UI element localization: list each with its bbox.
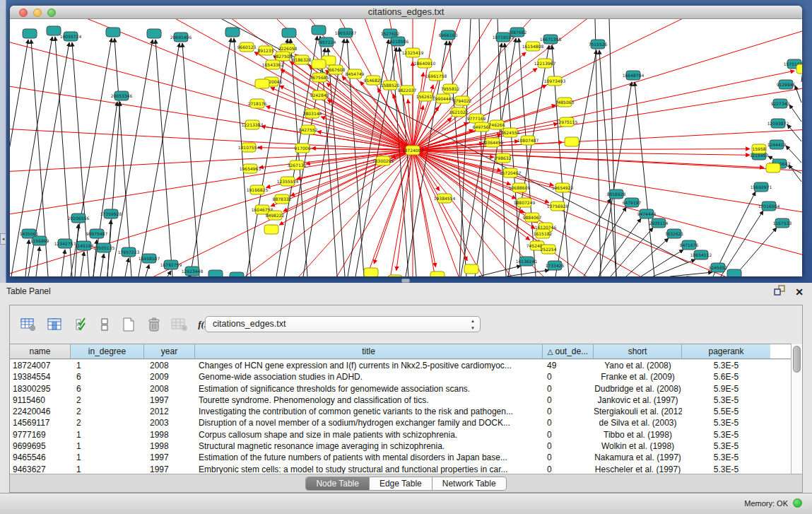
tab-network-table[interactable]: Network Table (433, 477, 506, 490)
close-window-button[interactable] (19, 8, 28, 17)
cell-year[interactable]: 2009 (144, 371, 195, 382)
table-row[interactable]: 1830029562008Estimation of significance … (10, 383, 792, 395)
graph-node-8498222[interactable]: 8498222 (266, 211, 285, 220)
cell-title[interactable]: Estimation of the future numbers of pati… (195, 452, 543, 463)
graph-node-13756928[interactable]: 13756928 (547, 201, 569, 211)
graph-node[interactable] (225, 28, 240, 37)
graph-node-16154808[interactable]: 16154808 (522, 42, 544, 51)
zoom-window-button[interactable] (47, 8, 56, 17)
graph-node-8878332[interactable]: 8878332 (273, 194, 292, 204)
graph-node-746266[interactable]: 746266 (489, 120, 505, 129)
graph-node-17957223[interactable]: 17957223 (118, 247, 140, 257)
cell-name[interactable]: 19384554 (10, 371, 71, 382)
cell-short[interactable]: de Silva et al. (2003) (594, 417, 682, 428)
graph-node-16648794[interactable]: 16648794 (623, 71, 645, 80)
graph-node-7515526[interactable]: 7515526 (589, 40, 608, 49)
graph-node-9242848[interactable]: 9242848 (310, 90, 329, 100)
graph-node-15692971[interactable]: 15692971 (751, 182, 772, 192)
graph-node-18640910[interactable]: 18640910 (414, 59, 436, 68)
cell-pagerank[interactable]: 5.6E-5 (682, 371, 770, 382)
cell-name[interactable]: 9777169 (10, 429, 71, 440)
cell-pagerank[interactable]: 5.3E-5 (682, 395, 770, 406)
tab-node-table[interactable]: Node Table (306, 477, 370, 490)
graph-node-8471676[interactable]: 8471676 (680, 240, 699, 250)
graph-node[interactable] (388, 275, 402, 276)
graph-node-9777169[interactable]: 9777169 (467, 114, 486, 123)
graph-node-6479197[interactable]: 6479197 (623, 198, 642, 207)
minimize-window-button[interactable] (33, 8, 42, 17)
graph-node[interactable] (106, 28, 120, 37)
new-column-icon[interactable] (120, 317, 137, 332)
cell-in_degree[interactable]: 2 (71, 395, 144, 406)
cell-title[interactable]: Investigating the contribution of common… (195, 406, 543, 417)
network-graph-canvas[interactable]: 1405572420691406795722410653287152760219… (10, 19, 802, 276)
graph-node-12325419[interactable]: 12325419 (402, 48, 424, 57)
graph-node-7632621[interactable]: 7632621 (665, 229, 684, 238)
graph-node-1167533[interactable]: 1167533 (773, 218, 792, 228)
graph-node-8918928[interactable]: 8918928 (607, 189, 626, 199)
graph-node[interactable] (282, 28, 296, 37)
table-row[interactable]: 1872400712008Changes of HCN gene express… (10, 360, 792, 371)
graph-node-15958[interactable]: 15958 (752, 144, 766, 153)
graph-node[interactable] (565, 137, 579, 146)
cell-out_de[interactable]: 49 (543, 360, 594, 371)
graph-node-12093872[interactable]: 12093872 (767, 119, 789, 128)
cell-pagerank[interactable]: 5.3E-5 (682, 429, 770, 440)
graph-node-1145194[interactable]: 1145194 (75, 241, 94, 250)
graph-node-10654112[interactable]: 10654112 (690, 250, 712, 259)
cell-short[interactable]: Stergiakouli et al. (2012) (594, 406, 682, 417)
cell-title[interactable]: Estimation of significance thresholds fo… (195, 383, 543, 395)
cell-year[interactable]: 1997 (144, 395, 195, 406)
graph-node-3624554[interactable]: 3624554 (501, 128, 520, 137)
graph-node-9474444[interactable]: 9474444 (637, 209, 657, 218)
memory-ok-indicator[interactable] (793, 498, 802, 508)
cell-short[interactable]: Jankovic et al. (1997) (594, 395, 682, 406)
graph-node-6966160[interactable]: 6966160 (439, 30, 458, 40)
cell-pagerank[interactable]: 5.3E-5 (682, 360, 770, 371)
graph-node[interactable] (796, 64, 802, 74)
cell-year[interactable]: 1997 (144, 452, 195, 463)
graph-node-9660123[interactable]: 9660123 (237, 42, 257, 52)
graph-node-9827508[interactable]: 9827508 (273, 52, 293, 61)
cell-year[interactable]: 1998 (144, 440, 195, 452)
column-header-year[interactable]: year (144, 344, 195, 358)
graph-node-2803144[interactable]: 2803144 (303, 109, 322, 118)
graph-node-9245652[interactable]: 9245652 (709, 263, 728, 272)
cell-short[interactable]: Dudbridge et al. (2008) (594, 383, 682, 395)
table-row[interactable]: 977716911998Corpus callosum shape and si… (10, 429, 792, 440)
graph-node-9227343[interactable]: 9227343 (771, 99, 790, 108)
graph-node[interactable] (766, 163, 780, 173)
cell-short[interactable]: Franke et al. (2009) (594, 371, 682, 382)
graph-node[interactable] (255, 79, 269, 88)
graph-node-12342757[interactable]: 12342757 (54, 239, 76, 248)
graph-node[interactable] (364, 268, 378, 276)
graph-node[interactable] (230, 272, 244, 276)
graph-node[interactable] (464, 264, 478, 274)
cell-name[interactable]: 9699695 (10, 440, 71, 452)
cell-name[interactable]: 9115460 (10, 395, 71, 406)
graph-node-1621022[interactable]: 1621022 (449, 107, 469, 117)
cell-name[interactable]: 14569117 (10, 417, 71, 428)
cell-year[interactable]: 2008 (144, 360, 195, 371)
graph-node-20206556[interactable]: 20206556 (68, 214, 90, 223)
graph-node-8427552[interactable]: 8427552 (299, 125, 318, 134)
cell-title[interactable]: Changes of HCN gene expression and I(f) … (195, 360, 543, 371)
cell-out_de[interactable]: 0 (543, 417, 594, 428)
graph-node[interactable] (727, 269, 741, 276)
graph-node[interactable] (430, 271, 445, 276)
cell-title[interactable]: Genome-wide association studies in ADHD. (195, 371, 543, 382)
cell-in_degree[interactable]: 1 (71, 440, 144, 452)
table-selector-dropdown[interactable]: citations_edges.txt ▲▼ (205, 316, 481, 332)
network-window-titlebar[interactable]: citations_edges.txt (10, 6, 802, 19)
cell-in_degree[interactable]: 6 (71, 371, 144, 382)
cell-year[interactable]: 1998 (144, 429, 195, 440)
cell-in_degree[interactable]: 1 (71, 452, 144, 463)
graph-node-19166825[interactable]: 19166825 (247, 185, 269, 194)
graph-node-12923448[interactable]: 12923448 (182, 267, 204, 276)
graph-node-20053346[interactable]: 20053346 (111, 91, 133, 100)
cell-year[interactable]: 2012 (144, 406, 195, 417)
graph-node-1733426[interactable]: 1733426 (546, 261, 565, 270)
graph-node-7957224[interactable]: 7957224 (317, 37, 336, 47)
graph-node[interactable] (312, 59, 326, 69)
graph-node-12355554[interactable]: 12355554 (277, 177, 299, 186)
